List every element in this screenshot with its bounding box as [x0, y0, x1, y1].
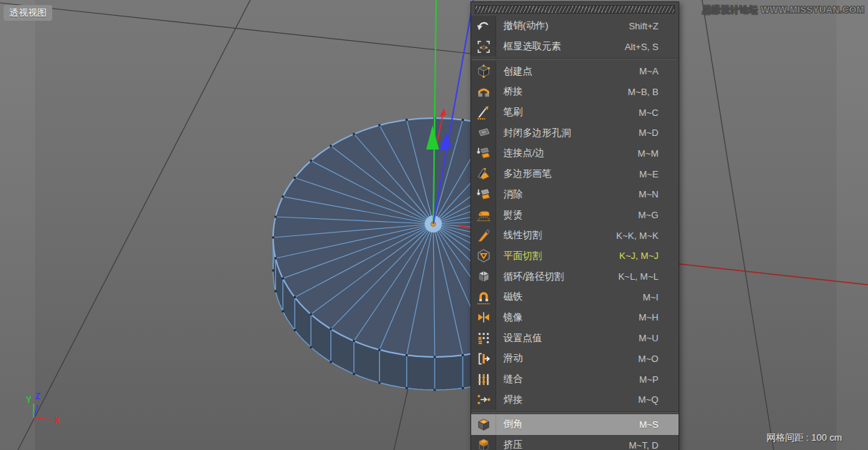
menu-item-label: 创建点	[496, 65, 639, 78]
menu-item-extrude[interactable]: 挤压M~T, D	[471, 435, 679, 450]
menu-item-magnet[interactable]: 磁铁M~I	[471, 287, 679, 308]
top-vertex	[282, 278, 284, 280]
menu-item-shortcut: M~N	[638, 189, 679, 200]
viewport-label[interactable]: 透视视图	[4, 5, 52, 21]
rim-vertex	[434, 389, 436, 391]
menu-item-shortcut: M~O	[638, 353, 679, 364]
iron-icon	[471, 205, 496, 225]
slide-icon	[471, 348, 496, 369]
menu-item-label: 平面切割	[496, 250, 619, 263]
context-menu: 撤销(动作)Shift+Z框显选取元素Alt+S, S创建点M~A桥接M~B, …	[470, 1, 679, 450]
menu-item-mirror[interactable]: 镜像M~H	[471, 308, 679, 328]
menu-item-shortcut: K~J, M~J	[619, 250, 679, 261]
menu-item-close-polygon-hole[interactable]: 封闭多边形孔洞M~D	[471, 122, 679, 143]
top-vertex	[462, 119, 464, 121]
menu-item-weld[interactable]: 焊接M~Q	[471, 389, 679, 410]
rim-vertex	[378, 381, 380, 383]
gizmo-y-label: Y	[26, 395, 31, 405]
menu-item-label: 挤压	[496, 439, 628, 450]
menu-item-label: 倒角	[496, 418, 639, 431]
top-vertex	[272, 237, 275, 239]
scene-canvas[interactable]: YZX	[0, 0, 868, 450]
menu-item-shortcut: K~L, M~L	[618, 271, 679, 282]
menu-item-polygon-pen[interactable]: 多边形画笔M~E	[471, 164, 679, 185]
stitch-icon	[471, 369, 496, 390]
menu-item-bevel[interactable]: 倒角M~S	[471, 414, 679, 435]
bridge-icon	[471, 82, 496, 102]
rim-vertex	[272, 270, 275, 272]
top-vertex	[275, 257, 277, 259]
rim-vertex	[282, 310, 284, 313]
menu-item-label: 多边形画笔	[496, 167, 639, 180]
menu-item-shortcut: M~U	[638, 333, 679, 343]
menu-item-shortcut: Shift+Z	[628, 21, 679, 31]
loop-cut-icon	[471, 266, 496, 287]
top-vertex	[462, 354, 464, 356]
menu-item-label: 撤销(动作)	[496, 19, 628, 32]
menu-item-label: 连接点/边	[496, 147, 638, 160]
menu-item-shortcut: M~G	[638, 210, 679, 220]
top-vertex	[353, 133, 355, 135]
rim-vertex	[405, 387, 408, 389]
viewport: YZX 透视视图 思缘设计论坛 WWW.MISSYUAN.COM 网格间距 : …	[0, 0, 868, 450]
top-vertex	[405, 119, 408, 121]
rim-vertex	[353, 373, 355, 375]
rim-vertex	[462, 387, 464, 389]
top-vertex	[405, 354, 408, 356]
menu-item-bridge[interactable]: 桥接M~B, B	[471, 82, 679, 102]
menu-item-frame-selected-elements[interactable]: 框显选取元素Alt+S, S	[471, 36, 679, 57]
menu-item-label: 镜像	[496, 311, 638, 324]
top-vertex	[310, 313, 312, 316]
top-vertex	[353, 340, 355, 342]
rim-vertex	[330, 361, 332, 363]
menu-item-line-cut[interactable]: 线性切割K~K, M~K	[471, 225, 679, 246]
menu-item-shortcut: M~H	[638, 312, 679, 323]
create-point-icon	[471, 61, 496, 82]
menu-item-iron[interactable]: 熨烫M~G	[471, 205, 679, 225]
menu-item-label: 框显选取元素	[496, 40, 625, 53]
menu-item-label: 线性切割	[496, 229, 616, 242]
menu-item-label: 焊接	[496, 393, 638, 406]
menu-item-shortcut: M~C	[638, 107, 679, 118]
menu-separator	[472, 411, 678, 413]
menu-tear-off-grip[interactable]	[475, 5, 675, 14]
menu-item-create-point[interactable]: 创建点M~A	[471, 61, 679, 82]
extrude-icon	[471, 435, 496, 450]
connect-icon	[471, 143, 496, 164]
menu-item-plane-cut[interactable]: 平面切割K~J, M~J	[471, 246, 679, 267]
plane-cut-icon	[471, 246, 496, 267]
menu-item-shortcut: M~Q	[638, 394, 679, 405]
world-grid-line	[702, 0, 774, 450]
menu-item-undo[interactable]: 撤销(动作)Shift+Z	[471, 16, 679, 36]
menu-item-shortcut: M~A	[639, 66, 679, 77]
menu-item-label: 滑动	[496, 352, 638, 365]
rim-vertex	[275, 290, 277, 292]
menu-item-shortcut: M~P	[639, 374, 679, 385]
menu-item-shortcut: K~K, M~K	[616, 230, 679, 241]
menu-item-shortcut: M~T, D	[628, 440, 679, 450]
menu-item-label: 桥接	[496, 85, 628, 98]
top-vertex	[294, 296, 296, 298]
menu-item-loop-path-cut[interactable]: 循环/路径切割K~L, M~L	[471, 266, 679, 287]
bevel-icon	[471, 414, 496, 435]
menu-item-set-point-value[interactable]: 设置点值M~U	[471, 328, 679, 348]
top-vertex	[310, 160, 312, 162]
menu-item-connect-points-edges[interactable]: 连接点/边M~M	[471, 143, 679, 164]
menu-item-shortcut: M~M	[638, 148, 679, 159]
rim-vertex	[310, 346, 312, 348]
gizmo-x-line	[34, 418, 52, 420]
world-x-axis-line	[647, 260, 868, 285]
menu-item-brush[interactable]: 笔刷M~C	[471, 102, 679, 123]
menu-item-shortcut: M~E	[639, 169, 679, 180]
top-vertex	[294, 177, 296, 179]
menu-item-dissolve[interactable]: 消除M~N	[471, 185, 679, 205]
line-cut-icon	[471, 225, 496, 246]
menu-item-shortcut: M~S	[639, 419, 679, 430]
menu-item-shortcut: Alt+S, S	[625, 41, 679, 52]
top-vertex	[282, 195, 284, 197]
menu-item-stitch-sew[interactable]: 缝合M~P	[471, 369, 679, 390]
top-vertex	[330, 328, 332, 330]
menu-item-slide[interactable]: 滑动M~O	[471, 348, 679, 369]
menu-item-label: 消除	[496, 188, 638, 201]
menu-item-shortcut: M~I	[643, 292, 679, 303]
